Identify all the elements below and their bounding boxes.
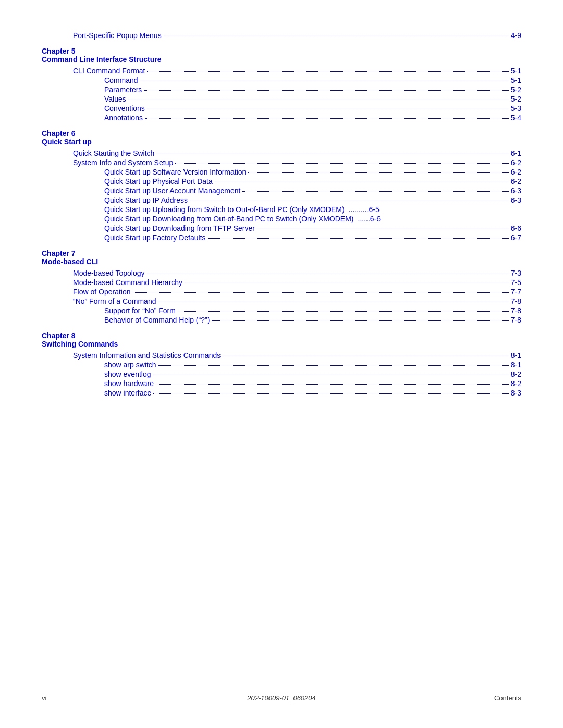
toc-dots bbox=[158, 365, 509, 366]
toc-entry-system-info: System Info and System Setup 6-2 bbox=[42, 158, 521, 167]
toc-page-quick-start-upload: ..........6-5 bbox=[349, 205, 380, 214]
toc-dots bbox=[144, 90, 508, 91]
toc-link-quick-start-software[interactable]: Quick Start up Software Version Informat… bbox=[104, 168, 246, 176]
toc-link-show-hardware[interactable]: show hardware bbox=[104, 379, 154, 388]
toc-link-cli-command-format[interactable]: CLI Command Format bbox=[73, 67, 145, 75]
footer-doc-number: 202-10009-01_060204 bbox=[247, 694, 316, 702]
toc-entry-show-arp-switch: show arp switch 8-1 bbox=[42, 361, 521, 369]
toc-page-quick-start-factory: 6-7 bbox=[511, 233, 521, 242]
toc-dots bbox=[223, 356, 509, 356]
toc-page-show-eventlog: 8-2 bbox=[511, 370, 521, 378]
toc-entry-quick-start-download-tftp: Quick Start up Downloading from TFTP Ser… bbox=[42, 224, 521, 232]
toc-dots bbox=[164, 36, 509, 36]
toc-link-parameters[interactable]: Parameters bbox=[104, 85, 142, 94]
toc-dots bbox=[190, 201, 509, 201]
toc-entry-command: Command 5-1 bbox=[42, 76, 521, 84]
chapter5-label: Chapter 5 bbox=[42, 47, 521, 55]
toc-link-conventions[interactable]: Conventions bbox=[104, 104, 145, 113]
toc-page-quick-start-user: 6-3 bbox=[511, 187, 521, 195]
toc-dots bbox=[145, 118, 509, 119]
toc-entry-flow-operation: Flow of Operation 7-7 bbox=[42, 288, 521, 296]
toc-link-quick-start-upload[interactable]: Quick Start up Uploading from Switch to … bbox=[104, 205, 345, 214]
toc-link-behavior-command-help[interactable]: Behavior of Command Help (“?”) bbox=[104, 316, 210, 324]
toc-link-show-arp-switch[interactable]: show arp switch bbox=[104, 361, 156, 369]
toc-entry-parameters: Parameters 5-2 bbox=[42, 85, 521, 94]
toc-entry-show-eventlog: show eventlog 8-2 bbox=[42, 370, 521, 378]
toc-dots bbox=[147, 274, 509, 274]
toc-link-quick-starting[interactable]: Quick Starting the Switch bbox=[73, 149, 154, 157]
toc-entry-behavior-command-help: Behavior of Command Help (“?”) 7-8 bbox=[42, 316, 521, 324]
toc-link-quick-start-factory[interactable]: Quick Start up Factory Defaults bbox=[104, 233, 206, 242]
toc-link-no-form-command[interactable]: “No” Form of a Command bbox=[73, 297, 156, 305]
toc-link-values[interactable]: Values bbox=[104, 95, 126, 103]
toc-entry-show-interface: show interface 8-3 bbox=[42, 389, 521, 397]
toc-page-no-form-command: 7-8 bbox=[511, 297, 521, 305]
toc-link-command[interactable]: Command bbox=[104, 76, 138, 84]
toc-page-show-hardware: 8-2 bbox=[511, 379, 521, 388]
toc-link-mode-based-hierarchy[interactable]: Mode-based Command Hierarchy bbox=[73, 278, 182, 287]
toc-entry-mode-based-hierarchy: Mode-based Command Hierarchy 7-5 bbox=[42, 278, 521, 287]
chapter5-title: Command Line Interface Structure bbox=[42, 55, 521, 64]
toc-entry-quick-start-ip: Quick Start up IP Address 6-3 bbox=[42, 196, 521, 204]
toc-entry-quick-start-software: Quick Start up Software Version Informat… bbox=[42, 168, 521, 176]
toc-entry-quick-start-user: Quick Start up User Account Management 6… bbox=[42, 187, 521, 195]
chapter7-title: Mode-based CLI bbox=[42, 257, 521, 266]
chapter6-label: Chapter 6 bbox=[42, 129, 521, 138]
toc-page-quick-start-ip: 6-3 bbox=[511, 196, 521, 204]
toc-page-quick-start-download-tftp: 6-6 bbox=[511, 224, 521, 232]
toc-link-quick-start-ip[interactable]: Quick Start up IP Address bbox=[104, 196, 188, 204]
toc-page-port-specific: 4-9 bbox=[511, 31, 521, 40]
toc-dots bbox=[153, 393, 508, 394]
toc-link-flow-operation[interactable]: Flow of Operation bbox=[73, 288, 131, 296]
toc-entry-quick-start-upload: Quick Start up Uploading from Switch to … bbox=[42, 205, 521, 214]
toc-page-show-interface: 8-3 bbox=[511, 389, 521, 397]
toc-page-quick-start-software: 6-2 bbox=[511, 168, 521, 176]
toc-entry-system-info-stats: System Information and Statistics Comman… bbox=[42, 351, 521, 360]
chapter6-heading: Chapter 6 Quick Start up bbox=[42, 129, 521, 146]
toc-link-quick-start-download-tftp[interactable]: Quick Start up Downloading from TFTP Ser… bbox=[104, 224, 255, 232]
toc-link-mode-based-topology[interactable]: Mode-based Topology bbox=[73, 269, 145, 277]
toc-page-mode-based-topology: 7-3 bbox=[511, 269, 521, 277]
toc-page-conventions: 5-3 bbox=[511, 104, 521, 113]
toc-link-system-info[interactable]: System Info and System Setup bbox=[73, 158, 173, 167]
footer-page-number: vi bbox=[42, 694, 46, 702]
chapter8-heading: Chapter 8 Switching Commands bbox=[42, 331, 521, 348]
toc-entry-annotations: Annotations 5-4 bbox=[42, 114, 521, 122]
toc-page-mode-based-hierarchy: 7-5 bbox=[511, 278, 521, 287]
toc-dots bbox=[133, 292, 509, 293]
toc-link-quick-start-physical[interactable]: Quick Start up Physical Port Data bbox=[104, 177, 213, 186]
toc-page-flow-operation: 7-7 bbox=[511, 288, 521, 296]
chapter7-heading: Chapter 7 Mode-based CLI bbox=[42, 249, 521, 266]
toc-entry-support-no-form: Support for “No” Form 7-8 bbox=[42, 306, 521, 315]
toc-link-port-specific[interactable]: Port-Specific Popup Menus bbox=[73, 31, 162, 40]
toc-link-quick-start-user[interactable]: Quick Start up User Account Management bbox=[104, 187, 240, 195]
toc-link-quick-start-download-oob[interactable]: Quick Start up Downloading from Out-of-B… bbox=[104, 215, 354, 223]
toc-dots bbox=[208, 238, 509, 239]
toc-link-system-info-stats[interactable]: System Information and Statistics Comman… bbox=[73, 351, 221, 360]
toc-dots bbox=[242, 191, 508, 192]
toc-dots bbox=[175, 163, 509, 164]
toc-dots bbox=[158, 302, 508, 302]
toc-page-annotations: 5-4 bbox=[511, 114, 521, 122]
toc-page-quick-starting: 6-1 bbox=[511, 149, 521, 157]
toc-dots bbox=[153, 375, 509, 375]
toc-link-support-no-form[interactable]: Support for “No” Form bbox=[104, 306, 176, 315]
footer: vi 202-10009-01_060204 Contents bbox=[42, 694, 521, 702]
chapter8-title: Switching Commands bbox=[42, 340, 521, 348]
toc-page-parameters: 5-2 bbox=[511, 85, 521, 94]
toc-link-show-eventlog[interactable]: show eventlog bbox=[104, 370, 151, 378]
toc-dots bbox=[185, 283, 509, 283]
toc-link-annotations[interactable]: Annotations bbox=[104, 114, 143, 122]
toc-page-show-arp-switch: 8-1 bbox=[511, 361, 521, 369]
toc-page-system-info-stats: 8-1 bbox=[511, 351, 521, 360]
toc-page-behavior-command-help: 7-8 bbox=[511, 316, 521, 324]
toc-entry-conventions: Conventions 5-3 bbox=[42, 104, 521, 113]
toc-dots bbox=[215, 182, 509, 182]
toc-entry-values: Values 5-2 bbox=[42, 95, 521, 103]
toc-entry-quick-starting: Quick Starting the Switch 6-1 bbox=[42, 149, 521, 157]
toc-entry-quick-start-factory: Quick Start up Factory Defaults 6-7 bbox=[42, 233, 521, 242]
page: Port-Specific Popup Menus 4-9 Chapter 5 … bbox=[0, 0, 563, 728]
toc-dots bbox=[248, 172, 508, 173]
toc-link-show-interface[interactable]: show interface bbox=[104, 389, 151, 397]
toc-dots bbox=[156, 384, 509, 385]
